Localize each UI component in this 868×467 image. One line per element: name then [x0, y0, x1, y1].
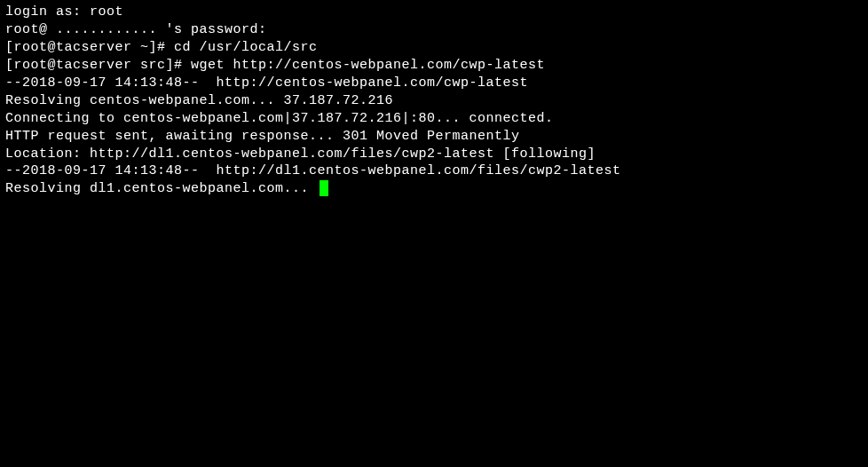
- terminal-line-http: HTTP request sent, awaiting response... …: [5, 128, 863, 146]
- cursor-block: [320, 180, 328, 196]
- terminal-line-resolve1: Resolving centos-webpanel.com... 37.187.…: [5, 92, 863, 110]
- terminal-window[interactable]: login as: root root@ ............ 's pas…: [5, 4, 863, 198]
- terminal-line-cd: [root@tacserver ~]# cd /usr/local/src: [5, 39, 863, 57]
- terminal-line-timestamp1: --2018-09-17 14:13:48-- http://centos-we…: [5, 75, 863, 92]
- terminal-line-resolve2: Resolving dl1.centos-webpanel.com...: [5, 180, 863, 198]
- terminal-line-location: Location: http://dl1.centos-webpanel.com…: [5, 146, 863, 163]
- terminal-line-wget: [root@tacserver src]# wget http://centos…: [5, 57, 863, 75]
- terminal-line-timestamp2: --2018-09-17 14:13:48-- http://dl1.cento…: [5, 162, 863, 180]
- terminal-line-login: login as: root: [5, 4, 863, 21]
- terminal-line-password: root@ ............ 's password:: [5, 21, 863, 39]
- terminal-line-connect: Connecting to centos-webpanel.com|37.187…: [5, 110, 863, 128]
